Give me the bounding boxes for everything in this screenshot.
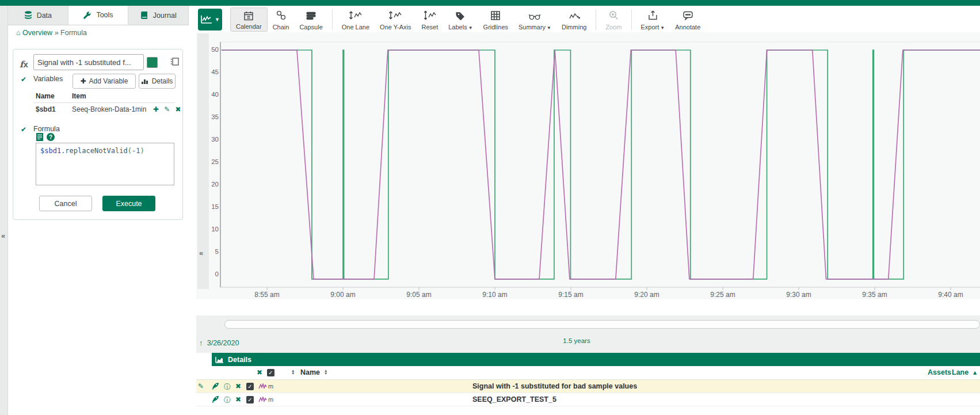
timeline-overview: ↑ 3/26/2020 1.5 years Apr '20May '20Jun … (196, 315, 980, 353)
y-axis-tick-label: 50 (201, 46, 219, 53)
remove-all-icon[interactable]: ✖ (257, 368, 262, 376)
tab-journal[interactable]: Journal (128, 6, 189, 25)
formula-name-input[interactable] (33, 54, 144, 70)
x-axis-tick-label: 9:25 am (703, 291, 743, 299)
reset-button[interactable]: Reset (417, 7, 444, 32)
formula-help-icon[interactable]: ? (47, 133, 55, 143)
labels-button[interactable]: Labels▼ (443, 7, 478, 32)
formula-label: Formula (33, 125, 60, 133)
one-y-axis-button[interactable]: One Y-Axis (375, 7, 416, 32)
details-button[interactable]: Details (139, 74, 176, 89)
export-icon (649, 9, 657, 20)
capsule-icon (306, 9, 316, 20)
variable-item: Seeq-Broken-Data-1min (72, 105, 146, 113)
cancel-button[interactable]: Cancel (39, 196, 92, 211)
details-panel-header: Details (212, 353, 980, 366)
sidebar-tabs: DataToolsJournal (8, 6, 189, 25)
breadcrumb-overview[interactable]: Overview (22, 29, 52, 37)
y-axis-tick-label: 15 (201, 203, 219, 210)
tab-data[interactable]: Data (8, 6, 68, 25)
y-axis-tick-label: 45 (201, 68, 219, 75)
details-row[interactable]: ✎ⓘ✖✓mSignal with -1 substituted for bad … (196, 380, 980, 393)
toolbar-separator (631, 9, 632, 30)
y-axis-tick-label: 40 (201, 91, 219, 98)
display-range-row: ↓ 9/24/2021 8:51 AMEDT ◀◀ ◀ 52.9 minutes… (196, 299, 980, 315)
reset-icon (424, 9, 436, 20)
formula-check-icon: ✔ (21, 125, 26, 134)
gridlines-button[interactable]: Gridlines (478, 7, 513, 32)
toolbar-separator (596, 9, 596, 30)
view-mode-dropdown-button[interactable]: ▼ (198, 9, 222, 31)
remove-item-icon[interactable]: ✖ (235, 395, 241, 403)
export-button[interactable]: Export▼ (636, 7, 670, 32)
variable-row[interactable]: $sbd1Seeq-Broken-Data-1min ✚ ✎ ✖ (36, 105, 183, 113)
trend-chart[interactable] (196, 33, 980, 290)
add-variable-button[interactable]: ✚ Add Variable (73, 74, 136, 89)
wrench-icon (83, 11, 91, 20)
y-axis-tick-label: 5 (201, 248, 219, 255)
signal-type-icon (258, 383, 267, 391)
info-icon[interactable]: ⓘ (224, 382, 231, 392)
signal-color-swatch[interactable] (147, 57, 158, 68)
x-axis-tick-label: 9:15 am (551, 291, 591, 299)
chain-button[interactable]: Chain (268, 7, 295, 32)
x-axis-tick-label: 9:00 am (323, 291, 363, 299)
trend-toolbar: ▼ Calendar Chain Capsule One Lane One Y-… (198, 6, 980, 32)
y-axis-tick-label: 10 (201, 226, 219, 233)
unit-label: m (268, 383, 273, 390)
x-axis-tick-label: 9:40 am (931, 291, 971, 299)
row-checkbox[interactable]: ✓ (246, 396, 254, 403)
sort-icon[interactable]: ▲▼ (291, 369, 295, 375)
variables-check-icon: ✔ (21, 75, 26, 83)
y-axis-tick-label: 25 (201, 158, 219, 165)
summary-button[interactable]: Summary▼ (513, 7, 556, 32)
x-axis-tick-label: 9:20 am (627, 291, 667, 299)
remove-item-icon[interactable]: ✖ (235, 382, 241, 390)
edit-item-icon[interactable]: ✎ (198, 382, 204, 390)
details-row[interactable]: ⓘ✖✓mSEEQ_EXPORT_TEST_51 (196, 393, 980, 406)
lane-column-header[interactable]: Lane (952, 368, 968, 376)
collapse-sidebar-icon[interactable]: « (1, 231, 5, 240)
annotate-icon (683, 9, 693, 20)
chevron-down-icon: ▼ (547, 25, 551, 31)
assets-column-header[interactable]: Assets (928, 368, 951, 376)
info-icon[interactable]: ⓘ (224, 395, 231, 405)
one-lane-button[interactable]: One Lane (337, 7, 375, 32)
variable-actions-add-edit-remove-icons[interactable]: ✚ ✎ ✖ (153, 105, 183, 113)
chevron-down-icon: ▼ (468, 25, 473, 31)
chain-icon (276, 9, 286, 20)
annotate-button[interactable]: Annotate (670, 7, 706, 32)
sort-icon[interactable]: ▲▼ (324, 369, 327, 375)
histogram-icon (142, 78, 149, 85)
y-axis-tick-label: 35 (201, 113, 219, 120)
timeline-start-date[interactable]: ↑ 3/26/2020 (199, 339, 239, 347)
y-axis-tick-label: 30 (201, 136, 219, 143)
summary-icon (529, 9, 541, 20)
breadcrumb-separator: » (55, 29, 59, 37)
capsule-button[interactable]: Capsule (294, 7, 327, 32)
gridlines-icon (491, 9, 500, 20)
rocket-icon[interactable] (212, 382, 219, 391)
x-axis-tick-label: 9:30 am (779, 291, 819, 299)
left-collapse-rail[interactable]: « (0, 6, 8, 415)
book-icon (140, 11, 148, 20)
timeline-span-label[interactable]: 1.5 years (554, 337, 600, 344)
details-table-header: ✖ ✓ ▲▼ Name ▲▼ Assets Lane ▴ (196, 366, 980, 380)
name-column-header[interactable]: Name (300, 368, 320, 376)
variables-label: Variables (33, 75, 63, 83)
row-checkbox[interactable]: ✓ (246, 383, 254, 390)
table-divider (33, 102, 175, 103)
formula-doc-icon[interactable] (36, 133, 44, 143)
zoom-button[interactable]: Zoom (600, 7, 627, 32)
breadcrumb: ⌂ Overview » Formula (16, 29, 87, 37)
execute-button[interactable]: Execute (102, 196, 155, 211)
formula-code-editor[interactable]: $sbd1.replaceNotValid(-1) (36, 143, 174, 185)
home-icon[interactable]: ⌂ (16, 29, 21, 37)
dimming-button[interactable]: Dimming (556, 7, 592, 32)
select-all-checkbox[interactable]: ✓ (267, 369, 274, 376)
calendar-button[interactable]: Calendar (230, 7, 268, 32)
timeline-scrollbar[interactable] (224, 320, 980, 329)
tab-tools[interactable]: Tools (68, 6, 129, 25)
detach-panel-icon[interactable] (170, 57, 180, 66)
rocket-icon[interactable] (212, 395, 219, 405)
